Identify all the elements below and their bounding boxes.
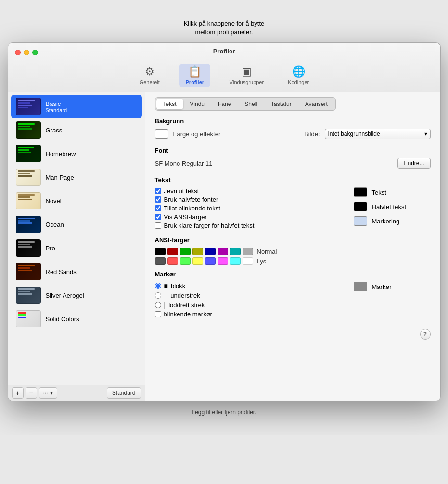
dropdown-arrow: ▾	[424, 131, 427, 137]
titlebar: Profiler ⚙ Generelt 📋 Profiler ▣ Vindusg…	[8, 43, 440, 92]
background-color-box[interactable]	[155, 129, 168, 139]
profile-name-solidcolors: Solid Colors	[46, 315, 79, 323]
blink-checkbox[interactable]	[155, 205, 161, 211]
tab-tekst[interactable]: Tekst	[156, 99, 183, 109]
checkbox-smooth: Jevn ut tekst	[155, 187, 344, 195]
profile-item-redsands[interactable]: Red Sands	[11, 260, 142, 283]
ansi-checkbox[interactable]	[155, 214, 161, 220]
ansi-bright-4[interactable]	[205, 257, 216, 265]
cursor-blink-label: blinkende markør	[164, 311, 212, 318]
font-row: SF Mono Regular 11 Endre...	[155, 158, 431, 169]
profile-name-novel: Novel	[46, 197, 62, 205]
cursor-underscore-row: _ understrek	[155, 291, 334, 299]
cursor-color-row: Markør	[354, 282, 431, 291]
profile-item-basic[interactable]: Basic Standard	[11, 95, 142, 118]
cursor-underscore-icon: _	[164, 291, 168, 299]
kodinger-icon: 🌐	[292, 65, 305, 78]
ansi-normal-0[interactable]	[155, 248, 166, 255]
ansi-bright-6[interactable]	[230, 257, 241, 265]
default-button[interactable]: Standard	[107, 387, 141, 399]
minimize-button[interactable]	[24, 50, 29, 55]
profile-info-pro: Pro	[46, 245, 55, 252]
image-dropdown[interactable]: Intet bakgrunnsbilde ▾	[325, 129, 431, 139]
ansi-normal-3[interactable]	[192, 248, 203, 255]
tooltip-area: Klikk på knappene for å bytte mellom pro…	[184, 19, 265, 37]
profile-item-ocean[interactable]: Ocean	[11, 213, 142, 236]
cursor-underscore-radio[interactable]	[155, 292, 161, 299]
ansi-bright-7[interactable]	[243, 257, 253, 265]
gear-icon: ⚙	[145, 65, 154, 78]
bottom-row: ?	[155, 329, 431, 340]
cursor-color-box[interactable]	[354, 282, 367, 291]
toolbar-profiler[interactable]: 📋 Profiler	[179, 64, 210, 87]
checkbox-ansi: Vis ANSI-farger	[155, 213, 344, 221]
cursor-main: ■ blokk _ understrek | loddrett strek	[155, 282, 431, 319]
toolbar-generelt[interactable]: ⚙ Generelt	[134, 64, 165, 87]
ansi-normal-label: Normal	[257, 248, 277, 255]
ansi-bright-2[interactable]	[180, 257, 191, 265]
toolbar-generelt-label: Generelt	[140, 79, 160, 85]
profile-info-redsands: Red Sands	[46, 268, 77, 275]
close-button[interactable]	[15, 50, 21, 55]
profile-item-pro[interactable]: Pro	[11, 236, 142, 260]
profile-item-manpage[interactable]: Man Page	[11, 166, 142, 189]
markering-color-box[interactable]	[354, 216, 367, 226]
brightbold-checkbox[interactable]	[155, 222, 161, 229]
profile-thumb-basic	[16, 98, 41, 115]
profile-name-basic: Basic	[46, 100, 67, 107]
cursor-blink-checkbox[interactable]	[155, 311, 161, 317]
text-title: Tekst	[155, 176, 431, 183]
toolbar-vindusgrupper-label: Vindusgrupper	[230, 79, 264, 85]
ansi-bright-row: Lys	[155, 257, 431, 265]
tab-shell[interactable]: Shell	[238, 99, 264, 109]
cursor-block-radio[interactable]	[155, 283, 161, 289]
main-panel: Tekst Vindu Fane Shell Tastatur Avansert…	[145, 92, 440, 401]
ansi-bright-3[interactable]	[192, 257, 203, 265]
ansi-normal-7[interactable]	[243, 248, 253, 255]
tekst-color-box[interactable]	[354, 187, 367, 197]
tab-avansert[interactable]: Avansert	[298, 99, 334, 109]
tab-fane[interactable]: Fane	[211, 99, 238, 109]
ansi-grid: Normal Lys	[155, 248, 431, 265]
ansi-title: ANSI-farger	[155, 236, 431, 244]
remove-profile-button[interactable]: −	[26, 387, 37, 399]
tab-vindu[interactable]: Vindu	[183, 99, 211, 109]
profile-item-homebrew[interactable]: Homebrew	[11, 142, 142, 165]
profile-item-solidcolors[interactable]: Solid Colors	[11, 307, 142, 330]
ansi-normal-1[interactable]	[167, 248, 178, 255]
profile-info-basic: Basic Standard	[46, 100, 67, 113]
ansi-bright-1[interactable]	[167, 257, 178, 265]
text-content: Jevn ut tekst Bruk halvfete fonter Tilla…	[155, 187, 431, 231]
cursor-bar-radio[interactable]	[155, 302, 161, 308]
profile-item-silveraerogel[interactable]: Silver Aerogel	[11, 284, 142, 307]
actions-button[interactable]: ··· ▾	[39, 387, 57, 399]
help-button[interactable]: ?	[420, 329, 431, 340]
cursor-bar-icon: |	[164, 301, 166, 309]
profile-name-grass: Grass	[46, 127, 63, 134]
ansi-bright-5[interactable]	[218, 257, 228, 265]
text-left: Jevn ut tekst Bruk halvfete fonter Tilla…	[155, 187, 344, 231]
tab-bar: Tekst Vindu Fane Shell Tastatur Avansert	[155, 97, 336, 111]
smooth-checkbox[interactable]	[155, 188, 161, 194]
profile-sub-basic: Standard	[46, 107, 67, 113]
toolbar-kodinger[interactable]: 🌐 Kodinger	[283, 64, 314, 87]
maximize-button[interactable]	[32, 50, 38, 55]
image-label: Bilde:	[304, 131, 320, 138]
tab-tastatur[interactable]: Tastatur	[264, 99, 298, 109]
halvfet-color-box[interactable]	[354, 202, 367, 211]
ansi-normal-2[interactable]	[180, 248, 191, 255]
ansi-bright-0[interactable]	[155, 257, 166, 265]
bold-checkbox[interactable]	[155, 196, 161, 203]
cursor-left: ■ blokk _ understrek | loddrett strek	[155, 282, 334, 319]
change-font-button[interactable]: Endre...	[397, 158, 430, 169]
ansi-normal-4[interactable]	[205, 248, 216, 255]
profile-item-grass[interactable]: Grass	[11, 118, 142, 142]
markering-label: Markering	[372, 218, 400, 225]
ansi-normal-6[interactable]	[230, 248, 241, 255]
add-profile-button[interactable]: +	[12, 387, 24, 399]
ansi-normal-5[interactable]	[218, 248, 228, 255]
profile-item-novel[interactable]: Novel	[11, 189, 142, 212]
toolbar-vindusgrupper[interactable]: ▣ Vindusgrupper	[225, 64, 269, 87]
cursor-bar-row: | loddrett strek	[155, 301, 334, 309]
smooth-label: Jevn ut tekst	[164, 187, 199, 195]
